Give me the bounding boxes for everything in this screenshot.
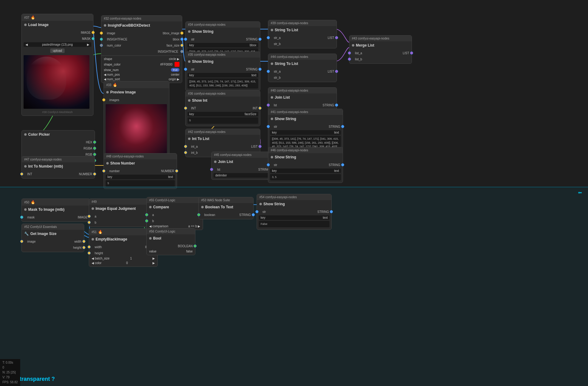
node-38-title: Color Picker bbox=[22, 131, 95, 138]
node-merge-list: #43 comfyui-easyapi-nodes Merge List lis… bbox=[349, 35, 412, 64]
status-bar: T: 0.00s 0 N: 25 [25] V: 79 FPS: 58.82 bbox=[0, 359, 20, 386]
node-show-number: #48 comfyui-easyapi-nodes Show Number nu… bbox=[104, 153, 177, 189]
node-string-to-list-39: #39 comfyui-easyapi-nodes String To List… bbox=[268, 20, 337, 48]
color-swatch bbox=[175, 62, 179, 67]
str-key-field-46: key text bbox=[270, 168, 341, 173]
node-40-header: #40 comfyui-easyapi-nodes bbox=[268, 88, 337, 93]
node-string-to-list-44: #44 comfyui-easyapi-nodes String To List… bbox=[268, 54, 337, 82]
node-40-title: Join List bbox=[268, 93, 337, 101]
node-52-header: #52 ComfyUI Essentials bbox=[22, 224, 84, 230]
arrow-icon[interactable]: ⬅ bbox=[578, 190, 582, 195]
status-q: 0 bbox=[2, 365, 18, 370]
node-32-title: InsightFaceBBOXDetect bbox=[101, 21, 182, 29]
str-key-field-41: key text bbox=[270, 130, 341, 135]
node-55-header: #55 ComfyUI-Logic bbox=[147, 197, 203, 203]
node-56-title: Bool bbox=[147, 234, 195, 242]
string-output-35: [[306, 45, 373, 141], [76, 74, 147, 171]… bbox=[187, 78, 258, 89]
status-t: T: 0.00s bbox=[2, 360, 18, 365]
node-mask-to-image: #50 🔥 Mask To Image (mtb) mask IMAGE bbox=[21, 199, 90, 222]
node-56-header: #56 ComfyUI-Logic bbox=[147, 229, 195, 234]
str-key-field-35: key text bbox=[187, 73, 258, 78]
node-55-title: Compare bbox=[147, 203, 203, 210]
node-46-title: Show String bbox=[268, 153, 343, 161]
node-43-title: Merge List bbox=[349, 41, 412, 49]
node-47-title: Int To Number (mtb) bbox=[22, 162, 95, 170]
node-load-image: #37 🔥 Load Image IMAGE MASK ◀ pasted/ima… bbox=[21, 14, 93, 116]
node-show-string-35: #35 comfyui-easyapi-nodes Show String st… bbox=[185, 51, 260, 91]
node-54-title: Show String bbox=[257, 200, 331, 207]
node-36-title: Show Int bbox=[186, 96, 260, 104]
node-preview-image: #33 🔥 Preview Image images bbox=[104, 81, 169, 162]
node-41-header: #41 comfyui-easyapi-nodes bbox=[268, 109, 343, 115]
str-key-field-54: key text bbox=[259, 215, 330, 220]
node-54-header: #54 comfyui-easyapi-nodes bbox=[257, 194, 331, 200]
node-53-header: #53 WAS Node Suite bbox=[199, 197, 253, 203]
node-36-header: #36 comfyui-easyapi-nodes bbox=[186, 91, 260, 96]
status-fps: FPS: 58.82 bbox=[2, 380, 18, 385]
node-37-id: #37 bbox=[24, 16, 29, 19]
status-v: V: 79 bbox=[2, 375, 18, 380]
node-39-header: #39 comfyui-easyapi-nodes bbox=[268, 20, 337, 26]
status-n: N: 25 [25] bbox=[2, 370, 18, 375]
port-image-out bbox=[92, 31, 95, 34]
canvas: #37 🔥 Load Image IMAGE MASK ◀ pasted/ima… bbox=[0, 0, 588, 386]
node-34-header: #34 comfyui-easyapi-nodes bbox=[186, 22, 260, 28]
node-35-header: #35 comfyui-easyapi-nodes bbox=[186, 52, 260, 58]
node-get-image-size: #52 ComfyUI Essentials 🔧 Get Image Size … bbox=[21, 224, 84, 252]
node-41-title: Show String bbox=[268, 115, 343, 122]
string-output-54: False bbox=[259, 221, 330, 227]
node-join-list-45: #45 comfyui-easyapi-nodes Join List lst … bbox=[211, 152, 273, 180]
node-50-title: Mask To Image (mtb) bbox=[22, 206, 90, 213]
image-field[interactable]: ◀ pasted/image (13).png ▶ bbox=[24, 42, 91, 47]
node-45-header: #45 comfyui-easyapi-nodes bbox=[212, 152, 272, 158]
node-38-badge: #38 ComfyUI-MeshMesh bbox=[22, 110, 93, 114]
show-num-toggle[interactable]: true bbox=[171, 68, 179, 72]
node-48-header: #48 comfyui-easyapi-nodes bbox=[104, 153, 177, 159]
node-42-header: #42 comfyui-easyapi-nodes bbox=[186, 129, 260, 135]
delimiter-field-45: delimiter , bbox=[213, 173, 270, 178]
node-44-title: String To List bbox=[268, 60, 337, 67]
node-44-header: #44 comfyui-easyapi-nodes bbox=[268, 54, 337, 60]
node-34-title: Show String bbox=[186, 28, 260, 35]
node-33-header: #33 🔥 bbox=[104, 81, 169, 88]
node-37-header: #37 🔥 bbox=[22, 14, 93, 21]
node-insightface: #32 comfyui-easyapi-nodes InsightFaceBBO… bbox=[101, 15, 182, 83]
node-48-title: Show Number bbox=[104, 159, 177, 167]
node-bool: #56 ComfyUI-Logic Bool BOOLEAN value fal… bbox=[146, 228, 195, 255]
int-key-field: key faceSize bbox=[187, 112, 258, 116]
node-show-string-46: #46 comfyui-easyapi-nodes Show String st… bbox=[268, 147, 343, 183]
number-output: 5 bbox=[106, 180, 175, 187]
node-50-header: #50 🔥 bbox=[22, 199, 90, 206]
node-boolean-to-text: #53 WAS Node Suite Boolean To Text boole… bbox=[198, 197, 254, 219]
int-output: 5 bbox=[187, 117, 258, 124]
node-32-header: #32 comfyui-easyapi-nodes bbox=[101, 16, 182, 21]
node-47-header: #47 comfyui-easyapi-nodes bbox=[22, 157, 95, 162]
preview-thumbnail bbox=[106, 104, 167, 159]
transparent-label: transparent ? bbox=[20, 376, 55, 382]
node-52-title: 🔧 Get Image Size bbox=[22, 230, 84, 237]
string-output-46: 3, 5 bbox=[270, 174, 341, 180]
image-thumbnail bbox=[24, 55, 89, 109]
node-show-int-36: #36 comfyui-easyapi-nodes Show Int INT I… bbox=[185, 90, 260, 126]
node-39-title: String To List bbox=[268, 26, 337, 33]
node-37-title: Load Image bbox=[22, 21, 93, 28]
node-show-string-54: #54 comfyui-easyapi-nodes Show String st… bbox=[257, 194, 332, 230]
node-33-title: Preview Image bbox=[104, 88, 169, 96]
node-43-header: #43 comfyui-easyapi-nodes bbox=[349, 36, 412, 41]
upload-button[interactable]: upload bbox=[50, 48, 64, 53]
port-mask-out bbox=[92, 37, 95, 40]
number-key-field: key text bbox=[106, 175, 175, 179]
node-45-title: Join List bbox=[212, 158, 272, 165]
node-int-to-number: #47 comfyui-easyapi-nodes Int To Number … bbox=[21, 156, 95, 179]
node-53-title: Boolean To Text bbox=[199, 203, 253, 210]
node-42-title: Int To List bbox=[186, 135, 260, 142]
node-35-title: Show String bbox=[186, 58, 260, 65]
node-46-header: #46 comfyui-easyapi-nodes bbox=[268, 147, 343, 153]
node-compare: #55 ComfyUI-Logic Compare a B b ◀ compar… bbox=[146, 197, 203, 230]
str-key-field: key bbox bbox=[187, 43, 258, 47]
